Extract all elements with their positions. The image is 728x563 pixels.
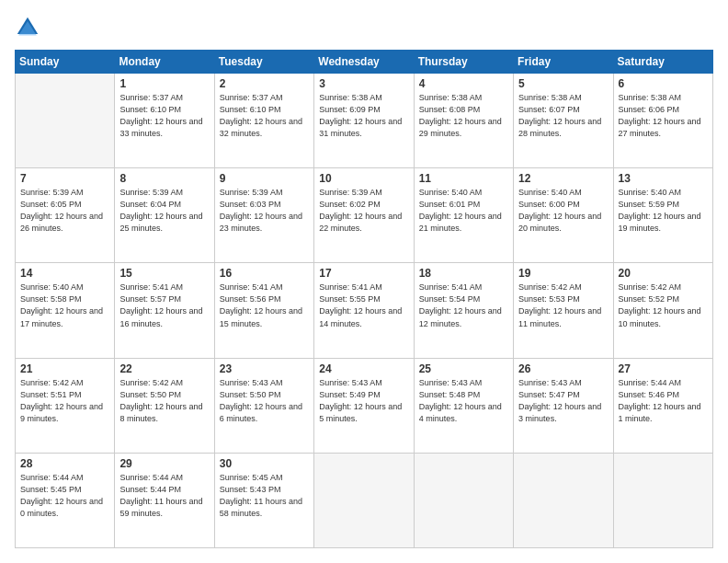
day-info: Sunrise: 5:44 AMSunset: 5:46 PMDaylight:… xyxy=(619,377,708,425)
calendar-cell: 5Sunrise: 5:38 AMSunset: 6:07 PMDaylight… xyxy=(514,74,613,168)
day-number: 5 xyxy=(518,77,608,90)
day-number: 13 xyxy=(619,172,708,185)
day-info: Sunrise: 5:38 AMSunset: 6:07 PMDaylight:… xyxy=(518,92,608,140)
calendar-cell: 15Sunrise: 5:41 AMSunset: 5:57 PMDayligh… xyxy=(115,263,214,358)
day-number: 14 xyxy=(20,267,109,280)
day-info: Sunrise: 5:41 AMSunset: 5:57 PMDaylight:… xyxy=(119,282,209,329)
day-info: Sunrise: 5:43 AMSunset: 5:50 PMDaylight:… xyxy=(220,377,309,425)
weekday-header: Tuesday xyxy=(214,51,313,74)
calendar-cell: 13Sunrise: 5:40 AMSunset: 5:59 PMDayligh… xyxy=(613,168,712,263)
calendar-cell: 9Sunrise: 5:39 AMSunset: 6:03 PMDaylight… xyxy=(214,168,313,263)
day-info: Sunrise: 5:40 AMSunset: 5:59 PMDaylight:… xyxy=(619,187,708,235)
day-number: 28 xyxy=(20,457,109,470)
day-info: Sunrise: 5:42 AMSunset: 5:51 PMDaylight:… xyxy=(20,377,109,425)
day-info: Sunrise: 5:41 AMSunset: 5:55 PMDaylight:… xyxy=(319,282,408,329)
calendar-cell: 8Sunrise: 5:39 AMSunset: 6:04 PMDaylight… xyxy=(115,168,214,263)
calendar-cell xyxy=(16,74,115,168)
calendar-cell xyxy=(414,453,513,547)
day-info: Sunrise: 5:39 AMSunset: 6:05 PMDaylight:… xyxy=(20,187,109,235)
calendar-cell: 18Sunrise: 5:41 AMSunset: 5:54 PMDayligh… xyxy=(414,263,513,358)
day-info: Sunrise: 5:43 AMSunset: 5:47 PMDaylight:… xyxy=(518,377,608,425)
calendar-cell: 27Sunrise: 5:44 AMSunset: 5:46 PMDayligh… xyxy=(613,358,712,453)
day-info: Sunrise: 5:42 AMSunset: 5:52 PMDaylight:… xyxy=(619,282,708,329)
day-number: 18 xyxy=(419,267,508,280)
day-number: 29 xyxy=(119,457,209,470)
calendar-cell xyxy=(613,453,712,547)
logo xyxy=(15,15,44,40)
day-info: Sunrise: 5:38 AMSunset: 6:08 PMDaylight:… xyxy=(419,92,508,140)
day-number: 24 xyxy=(319,362,408,375)
calendar-cell: 2Sunrise: 5:37 AMSunset: 6:10 PMDaylight… xyxy=(214,74,313,168)
weekday-header: Saturday xyxy=(613,51,712,74)
day-number: 12 xyxy=(518,172,608,185)
day-info: Sunrise: 5:45 AMSunset: 5:43 PMDaylight:… xyxy=(220,472,309,520)
day-info: Sunrise: 5:40 AMSunset: 5:58 PMDaylight:… xyxy=(20,282,109,329)
calendar-week-row: 28Sunrise: 5:44 AMSunset: 5:45 PMDayligh… xyxy=(16,453,713,547)
calendar-cell: 17Sunrise: 5:41 AMSunset: 5:55 PMDayligh… xyxy=(314,263,414,358)
day-info: Sunrise: 5:44 AMSunset: 5:45 PMDaylight:… xyxy=(20,472,109,520)
calendar-cell: 26Sunrise: 5:43 AMSunset: 5:47 PMDayligh… xyxy=(514,358,613,453)
day-info: Sunrise: 5:41 AMSunset: 5:54 PMDaylight:… xyxy=(419,282,508,329)
day-number: 7 xyxy=(20,172,109,185)
calendar-cell: 29Sunrise: 5:44 AMSunset: 5:44 PMDayligh… xyxy=(115,453,214,547)
calendar-cell: 6Sunrise: 5:38 AMSunset: 6:06 PMDaylight… xyxy=(613,74,712,168)
day-number: 23 xyxy=(220,362,309,375)
day-number: 9 xyxy=(220,172,309,185)
day-info: Sunrise: 5:39 AMSunset: 6:03 PMDaylight:… xyxy=(220,187,309,235)
day-info: Sunrise: 5:42 AMSunset: 5:53 PMDaylight:… xyxy=(518,282,608,329)
calendar-cell: 16Sunrise: 5:41 AMSunset: 5:56 PMDayligh… xyxy=(214,263,313,358)
calendar-cell: 7Sunrise: 5:39 AMSunset: 6:05 PMDaylight… xyxy=(16,168,115,263)
calendar-cell: 12Sunrise: 5:40 AMSunset: 6:00 PMDayligh… xyxy=(514,168,613,263)
day-info: Sunrise: 5:43 AMSunset: 5:48 PMDaylight:… xyxy=(419,377,508,425)
weekday-header: Monday xyxy=(115,51,214,74)
weekday-header: Thursday xyxy=(414,51,513,74)
weekday-header: Friday xyxy=(514,51,613,74)
calendar-table: SundayMondayTuesdayWednesdayThursdayFrid… xyxy=(15,50,713,548)
day-info: Sunrise: 5:39 AMSunset: 6:02 PMDaylight:… xyxy=(319,187,408,235)
day-number: 22 xyxy=(119,362,209,375)
day-info: Sunrise: 5:40 AMSunset: 6:01 PMDaylight:… xyxy=(419,187,508,235)
calendar-week-row: 7Sunrise: 5:39 AMSunset: 6:05 PMDaylight… xyxy=(16,168,713,263)
day-number: 21 xyxy=(20,362,109,375)
day-number: 30 xyxy=(220,457,309,470)
calendar-cell xyxy=(314,453,414,547)
day-number: 3 xyxy=(319,77,408,90)
weekday-header: Wednesday xyxy=(314,51,414,74)
calendar-cell xyxy=(514,453,613,547)
day-info: Sunrise: 5:44 AMSunset: 5:44 PMDaylight:… xyxy=(119,472,209,520)
calendar-cell: 11Sunrise: 5:40 AMSunset: 6:01 PMDayligh… xyxy=(414,168,513,263)
day-number: 11 xyxy=(419,172,508,185)
calendar-cell: 30Sunrise: 5:45 AMSunset: 5:43 PMDayligh… xyxy=(214,453,313,547)
day-info: Sunrise: 5:40 AMSunset: 6:00 PMDaylight:… xyxy=(518,187,608,235)
day-info: Sunrise: 5:41 AMSunset: 5:56 PMDaylight:… xyxy=(220,282,309,329)
calendar-week-row: 1Sunrise: 5:37 AMSunset: 6:10 PMDaylight… xyxy=(16,74,713,168)
calendar-cell: 21Sunrise: 5:42 AMSunset: 5:51 PMDayligh… xyxy=(16,358,115,453)
calendar-cell: 14Sunrise: 5:40 AMSunset: 5:58 PMDayligh… xyxy=(16,263,115,358)
day-info: Sunrise: 5:37 AMSunset: 6:10 PMDaylight:… xyxy=(220,92,309,140)
day-number: 27 xyxy=(619,362,708,375)
day-number: 10 xyxy=(319,172,408,185)
calendar-cell: 23Sunrise: 5:43 AMSunset: 5:50 PMDayligh… xyxy=(214,358,313,453)
day-number: 4 xyxy=(419,77,508,90)
calendar-cell: 4Sunrise: 5:38 AMSunset: 6:08 PMDaylight… xyxy=(414,74,513,168)
day-number: 8 xyxy=(119,172,209,185)
page: SundayMondayTuesdayWednesdayThursdayFrid… xyxy=(0,0,728,563)
calendar-cell: 25Sunrise: 5:43 AMSunset: 5:48 PMDayligh… xyxy=(414,358,513,453)
day-number: 6 xyxy=(619,77,708,90)
calendar-week-row: 14Sunrise: 5:40 AMSunset: 5:58 PMDayligh… xyxy=(16,263,713,358)
header xyxy=(15,15,713,40)
calendar-week-row: 21Sunrise: 5:42 AMSunset: 5:51 PMDayligh… xyxy=(16,358,713,453)
day-info: Sunrise: 5:38 AMSunset: 6:06 PMDaylight:… xyxy=(619,92,708,140)
day-number: 1 xyxy=(119,77,209,90)
day-number: 19 xyxy=(518,267,608,280)
calendar-cell: 22Sunrise: 5:42 AMSunset: 5:50 PMDayligh… xyxy=(115,358,214,453)
calendar-header-row: SundayMondayTuesdayWednesdayThursdayFrid… xyxy=(16,51,713,74)
day-info: Sunrise: 5:38 AMSunset: 6:09 PMDaylight:… xyxy=(319,92,408,140)
day-info: Sunrise: 5:43 AMSunset: 5:49 PMDaylight:… xyxy=(319,377,408,425)
day-number: 2 xyxy=(220,77,309,90)
day-number: 15 xyxy=(119,267,209,280)
weekday-header: Sunday xyxy=(16,51,115,74)
day-number: 17 xyxy=(319,267,408,280)
day-info: Sunrise: 5:39 AMSunset: 6:04 PMDaylight:… xyxy=(119,187,209,235)
day-info: Sunrise: 5:37 AMSunset: 6:10 PMDaylight:… xyxy=(119,92,209,140)
